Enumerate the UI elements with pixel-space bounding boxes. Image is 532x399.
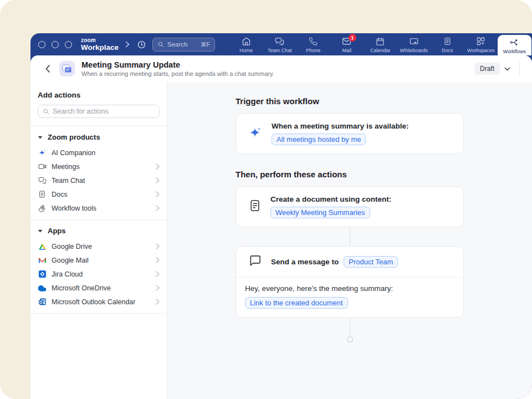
document-icon [249, 199, 261, 214]
ai-companion-icon [249, 126, 262, 141]
tab-whiteboards[interactable]: Whiteboards [397, 33, 431, 55]
page-subtitle: When a recurring meeting starts, post th… [81, 70, 274, 77]
sidebar-item-meetings[interactable]: Meetings [30, 160, 167, 173]
sidebar-item-label: Docs [52, 191, 67, 198]
status-dropdown-button[interactable] [504, 67, 510, 71]
section-zoom-products[interactable]: Zoom products [30, 126, 167, 146]
gear-icon [38, 204, 47, 213]
message-body-text: Hey, everyone, here’s the meeting summar… [245, 284, 454, 293]
sidebar-item-microsoft-outlook-calendar[interactable]: Microsoft Outlook Calendar [30, 295, 167, 309]
docs-icon [443, 37, 452, 46]
workspaces-icon [476, 37, 485, 46]
section-label: Apps [48, 227, 66, 235]
sidebar-item-team-chat[interactable]: Team Chat [30, 173, 167, 187]
tab-docs[interactable]: Docs [431, 33, 464, 55]
sidebar-item-ai-companion[interactable]: AI Companion [30, 146, 167, 160]
chevron-right-icon [156, 191, 160, 197]
header-divider [519, 62, 520, 76]
trigger-card[interactable]: When a meeting summary is available: All… [236, 113, 464, 154]
sidebar-item-workflow-tools[interactable]: Workflow tools [30, 201, 167, 215]
sidebar-item-label: Google Mail [52, 257, 89, 264]
window-control-maximize[interactable] [65, 41, 72, 48]
tab-label: Calendar [370, 48, 391, 53]
message-recipient-chip[interactable]: Product Team [344, 256, 398, 268]
sidebar-item-google-mail[interactable]: Google Mail [30, 253, 167, 267]
calendar-icon [376, 37, 385, 46]
sidebar-item-label: Microsoft Outlook Calendar [52, 298, 135, 306]
window-controls[interactable] [38, 41, 72, 48]
window-control-close[interactable] [38, 41, 45, 48]
sidebar-divider [30, 313, 167, 314]
logo-workplace-text: Workplace [81, 44, 119, 52]
history-icon[interactable] [137, 40, 146, 49]
workflow-thumbnail-icon [59, 61, 75, 76]
navbar-expand-chevron-icon[interactable] [125, 41, 130, 48]
navbar-tabs: Home Team Chat Phone 1 Mail Calend [229, 33, 532, 55]
trigger-scope-chip[interactable]: All meetings hosted by me [272, 134, 366, 145]
sidebar-item-jira-cloud[interactable]: Jira Cloud [30, 267, 167, 281]
workflow-connector [350, 319, 350, 335]
section-apps[interactable]: Apps [30, 220, 167, 239]
workflows-icon [509, 38, 519, 47]
sidebar-item-label: Microsoft OneDrive [52, 284, 111, 292]
zoom-workplace-window: zoom Workplace Search ⌘F Home [30, 33, 532, 399]
tab-label: Whiteboards [400, 48, 428, 53]
send-message-card[interactable]: Send a message to Product Team Hey, ever… [236, 246, 464, 318]
tab-label: Workspaces [467, 48, 494, 53]
tab-label: Docs [442, 48, 453, 53]
tab-team-chat[interactable]: Team Chat [263, 33, 297, 55]
chevron-right-icon [156, 205, 160, 211]
tab-workflows[interactable]: Workflows [498, 35, 531, 55]
workflow-connector [350, 228, 350, 245]
sidebar-item-label: Google Drive [52, 243, 92, 250]
caret-down-icon [38, 229, 43, 233]
search-icon [157, 41, 164, 48]
actions-search-input[interactable]: Search for actions [38, 105, 160, 118]
sidebar-item-label: Jira Cloud [52, 270, 83, 278]
docs-icon [38, 190, 47, 199]
top-navbar: zoom Workplace Search ⌘F Home [30, 33, 532, 55]
tab-home[interactable]: Home [229, 33, 263, 55]
add-step-node[interactable] [347, 336, 353, 342]
logo-zoom-text: zoom [81, 38, 119, 43]
sidebar-item-label: Meetings [52, 163, 80, 171]
chevron-down-icon [504, 67, 510, 71]
chevron-right-icon [156, 285, 160, 291]
workflow-canvas: Trigger this workflow When a meeting sum… [167, 82, 532, 399]
chat-bubble-icon [249, 254, 262, 269]
document-link-chip[interactable]: Link to the created document [245, 297, 348, 309]
search-placeholder: Search [167, 41, 187, 48]
header-actions: Draft [474, 62, 523, 76]
create-document-card[interactable]: Create a document using content: Weekly … [236, 186, 464, 227]
send-message-text: Send a message to [271, 258, 339, 266]
status-badge[interactable]: Draft [474, 63, 500, 75]
tab-label: Home [239, 48, 253, 53]
window-control-minimize[interactable] [52, 41, 59, 48]
sidebar-item-google-drive[interactable]: Google Drive [30, 239, 167, 253]
onedrive-icon [38, 284, 47, 293]
workflow-title-block: Meeting Summary Update When a recurring … [81, 60, 274, 77]
global-search-input[interactable]: Search ⌘F [152, 38, 215, 52]
tab-label: Phone [306, 48, 320, 53]
tab-mail[interactable]: 1 Mail [330, 33, 364, 55]
chevron-right-icon [156, 243, 160, 249]
google-drive-icon [38, 242, 47, 251]
tab-label: Workflows [503, 49, 526, 54]
team-chat-icon [275, 37, 284, 46]
trigger-heading: Trigger this workflow [236, 96, 464, 106]
caret-down-icon [38, 136, 43, 139]
page-title: Meeting Summary Update [81, 60, 274, 69]
team-chat-icon [38, 176, 47, 185]
document-content-chip[interactable]: Weekly Meeting Summaries [270, 207, 370, 218]
desktop-background: zoom Workplace Search ⌘F Home [0, 0, 532, 399]
sidebar-item-microsoft-onedrive[interactable]: Microsoft OneDrive [30, 281, 167, 295]
outlook-calendar-icon [38, 298, 47, 306]
tab-workspaces[interactable]: Workspaces [464, 33, 498, 55]
tab-calendar[interactable]: Calendar [364, 33, 397, 55]
tab-phone[interactable]: Phone [296, 33, 330, 55]
back-button[interactable] [45, 64, 50, 73]
chevron-right-icon [156, 257, 160, 263]
search-placeholder: Search for actions [53, 108, 109, 115]
sidebar-title: Add actions [30, 86, 167, 105]
sidebar-item-docs[interactable]: Docs [30, 187, 167, 201]
